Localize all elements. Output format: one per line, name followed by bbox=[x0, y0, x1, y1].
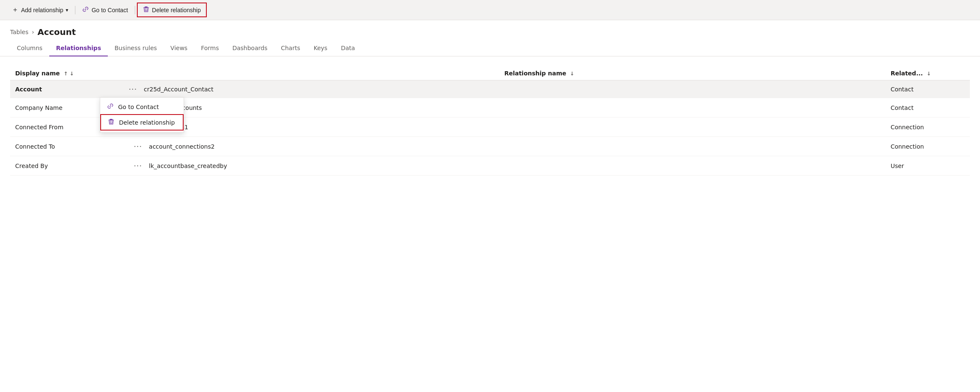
col-display-name[interactable]: Display name ↑ ↓ bbox=[10, 67, 125, 80]
trash-icon bbox=[143, 6, 150, 14]
sort-icons-display-name[interactable]: ↑ ↓ bbox=[64, 71, 74, 77]
main-content: Display name ↑ ↓ Relationship name ↓ Rel… bbox=[0, 56, 980, 176]
context-menu: Go to Contact Delete relationship bbox=[100, 97, 184, 133]
breadcrumb-separator: › bbox=[32, 29, 35, 35]
sort-icons-relationship-name[interactable]: ↓ bbox=[570, 71, 574, 77]
delete-relationship-button[interactable]: Delete relationship bbox=[137, 3, 207, 17]
cell-relationship-name: ··· Go to Contact bbox=[125, 80, 885, 98]
context-delete-relationship-label: Delete relationship bbox=[119, 119, 175, 126]
more-menu-wrapper: ··· Go to Contact bbox=[125, 85, 140, 93]
col-related-label: Related... bbox=[891, 70, 923, 77]
more-options-icon[interactable]: ··· bbox=[130, 141, 145, 152]
tab-dashboards[interactable]: Dashboards bbox=[226, 40, 274, 56]
cell-display-name: Created By bbox=[10, 156, 125, 176]
add-dropdown-chevron-icon: ▾ bbox=[66, 7, 68, 13]
context-link-icon bbox=[107, 103, 114, 111]
tab-charts[interactable]: Charts bbox=[274, 40, 307, 56]
tab-keys[interactable]: Keys bbox=[307, 40, 334, 56]
tab-data[interactable]: Data bbox=[334, 40, 361, 56]
link-icon bbox=[82, 6, 89, 14]
cell-relationship-name: ··· account_accounts bbox=[125, 98, 885, 117]
relationships-table: Display name ↑ ↓ Relationship name ↓ Rel… bbox=[10, 67, 970, 176]
col-related[interactable]: Related... ↓ bbox=[886, 67, 970, 80]
breadcrumb: Tables › Account bbox=[0, 20, 980, 39]
table-header: Display name ↑ ↓ Relationship name ↓ Rel… bbox=[10, 67, 970, 80]
cell-related: Connection bbox=[886, 137, 970, 156]
table-body: Account ··· bbox=[10, 80, 970, 176]
sort-icons-related[interactable]: ↓ bbox=[927, 71, 931, 77]
add-relationship-label: Add relationship bbox=[21, 7, 63, 13]
toolbar: ＋ Add relationship ▾ Go to Contact Delet… bbox=[0, 0, 980, 20]
table-row[interactable]: Account ··· bbox=[10, 80, 970, 98]
cell-related: User bbox=[886, 156, 970, 176]
tab-bar: Columns Relationships Business rules Vie… bbox=[0, 40, 980, 56]
toolbar-divider-2 bbox=[135, 6, 135, 14]
table-row[interactable]: Created By ··· lk_accountbase_createdby … bbox=[10, 156, 970, 176]
add-relationship-button[interactable]: ＋ Add relationship ▾ bbox=[7, 3, 73, 17]
tab-relationships[interactable]: Relationships bbox=[49, 40, 108, 56]
go-to-contact-button[interactable]: Go to Contact bbox=[77, 3, 133, 16]
cell-relationship-name: ··· connections1 bbox=[125, 117, 885, 137]
cell-related: Connection bbox=[886, 117, 970, 137]
table-row[interactable]: Connected To ··· account_connections2 Co… bbox=[10, 137, 970, 156]
cell-relationship-name: ··· lk_accountbase_createdby bbox=[125, 156, 885, 176]
cell-related: Contact bbox=[886, 80, 970, 98]
tab-views[interactable]: Views bbox=[164, 40, 195, 56]
col-relationship-name-label: Relationship name bbox=[504, 70, 566, 77]
col-relationship-name[interactable]: Relationship name ↓ bbox=[125, 67, 885, 80]
cell-display-name: Connected To bbox=[10, 137, 125, 156]
breadcrumb-tables-link[interactable]: Tables bbox=[10, 29, 29, 35]
context-menu-go-to-contact[interactable]: Go to Contact bbox=[100, 99, 184, 114]
plus-icon: ＋ bbox=[12, 5, 19, 14]
more-options-icon[interactable]: ··· bbox=[130, 160, 145, 171]
cell-rel-name-text: cr25d_Account_Contact bbox=[144, 86, 214, 93]
cell-related: Contact bbox=[886, 98, 970, 117]
col-display-name-label: Display name bbox=[15, 70, 60, 77]
tab-columns[interactable]: Columns bbox=[10, 40, 49, 56]
tab-business-rules[interactable]: Business rules bbox=[108, 40, 164, 56]
go-to-contact-label: Go to Contact bbox=[91, 7, 128, 13]
context-go-to-contact-label: Go to Contact bbox=[118, 104, 159, 110]
context-trash-icon bbox=[108, 118, 115, 126]
cell-relationship-name: ··· account_connections2 bbox=[125, 137, 885, 156]
context-menu-delete-relationship[interactable]: Delete relationship bbox=[100, 114, 184, 131]
cell-rel-name-text: lk_accountbase_createdby bbox=[149, 163, 227, 169]
cell-display-name: Account bbox=[10, 80, 125, 98]
breadcrumb-current-page: Account bbox=[37, 27, 76, 37]
cell-rel-name-text: account_connections2 bbox=[149, 143, 215, 150]
tab-forms[interactable]: Forms bbox=[194, 40, 226, 56]
toolbar-divider-1 bbox=[75, 6, 75, 14]
more-options-icon[interactable]: ··· bbox=[125, 84, 140, 94]
delete-relationship-label: Delete relationship bbox=[152, 7, 201, 13]
